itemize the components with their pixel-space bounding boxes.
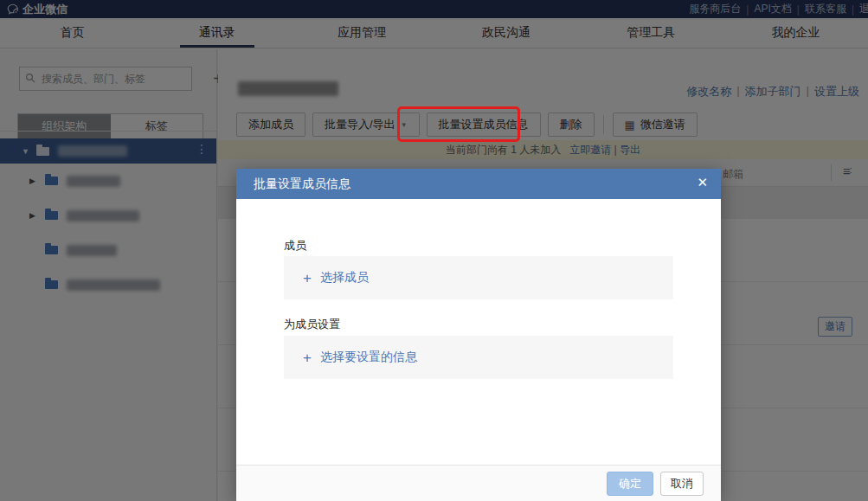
dialog-body: 成员 + 选择成员 为成员设置 + 选择要设置的信息 — [236, 199, 721, 465]
dialog-footer: 确定 取消 — [236, 465, 721, 501]
select-info-link[interactable]: 选择要设置的信息 — [320, 350, 417, 365]
set-section-label: 为成员设置 — [284, 317, 340, 332]
confirm-button[interactable]: 确定 — [607, 472, 653, 496]
select-member-link[interactable]: 选择成员 — [320, 270, 369, 286]
member-section-label: 成员 — [284, 238, 306, 254]
app-root: 企业微信 服务商后台 | API文档 | 联系客服 | 退出 首页 通讯录 应用… — [0, 0, 868, 501]
cancel-button[interactable]: 取消 — [660, 472, 704, 496]
close-icon[interactable]: ✕ — [697, 176, 708, 189]
plus-icon: + — [303, 271, 312, 286]
select-member-area[interactable]: + 选择成员 — [284, 256, 673, 299]
select-info-area[interactable]: + 选择要设置的信息 — [284, 336, 673, 379]
plus-icon: + — [303, 350, 312, 365]
dialog-header: 批量设置成员信息 ✕ — [236, 169, 721, 199]
batch-set-member-info-dialog: 批量设置成员信息 ✕ 成员 + 选择成员 为成员设置 + 选择要设置的信息 确定… — [236, 169, 721, 501]
dialog-title: 批量设置成员信息 — [254, 177, 350, 192]
